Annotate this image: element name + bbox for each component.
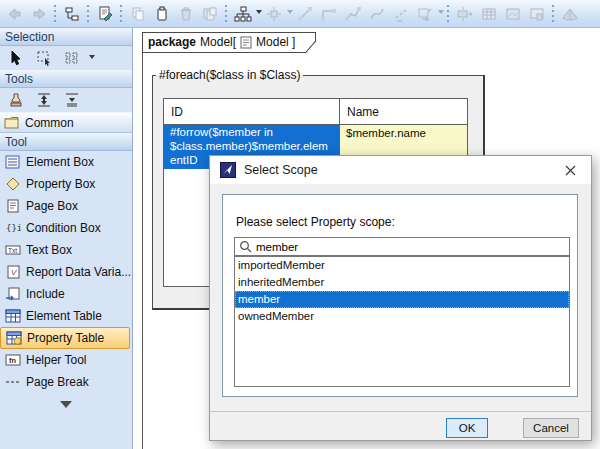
dialog-title: Select Scope (244, 163, 318, 177)
table-header-name[interactable]: Name (340, 99, 467, 125)
copy-icon[interactable] (126, 3, 150, 25)
select-scope-dialog: Select Scope Please select Property scop… (209, 155, 592, 441)
center-layout-icon[interactable] (262, 3, 286, 25)
table-header-id[interactable]: ID (164, 99, 340, 125)
tool-item-property-table[interactable]: Property Table (0, 327, 130, 349)
distribute-vertical-icon[interactable] (32, 89, 56, 111)
scroll-down-caret-icon[interactable] (60, 401, 72, 414)
include-icon (5, 287, 21, 301)
toolbar-separator (119, 5, 124, 23)
toolbar-separator (86, 5, 91, 23)
tab-model-before: Model[ (200, 35, 236, 49)
tab-keyword: package (148, 35, 196, 49)
app-logo-icon (220, 162, 236, 178)
tool-item-element-table[interactable]: Element Table (0, 305, 132, 327)
tool-item-include[interactable]: Include (0, 283, 132, 305)
toolbar-separator (53, 5, 58, 23)
paste-duplicate-icon[interactable] (198, 3, 222, 25)
dialog-titlebar[interactable]: Select Scope (210, 156, 591, 184)
report-data-variable-icon: V (5, 265, 21, 279)
draw-oblique-icon[interactable] (341, 3, 365, 25)
dialog-content-panel: Please select Property scope: importedMe… (222, 194, 578, 397)
toolbar-separator (446, 5, 451, 23)
condition-box-icon: {}if (5, 221, 21, 235)
tool-item-condition-box[interactable]: {}if Condition Box (0, 217, 132, 239)
preview-screen-icon[interactable] (525, 3, 549, 25)
reset-edge-caret-icon[interactable] (438, 10, 444, 17)
selection-mode-caret-icon[interactable] (89, 55, 95, 62)
svg-text:{}if: {}if (6, 223, 21, 233)
containment-tree-icon[interactable] (60, 3, 84, 25)
match-height-icon[interactable] (60, 89, 84, 111)
tools-icon-row (0, 88, 132, 112)
folder-icon (4, 116, 20, 129)
property-table-icon (6, 331, 22, 345)
foreach-label: #foreach($class in $Class) (156, 68, 303, 82)
tools-sidebar: Selection Tools Common Tool Element Box … (0, 28, 133, 449)
element-table-icon (5, 309, 21, 323)
section-header-tool: Tool (0, 133, 132, 151)
element-box-icon (5, 155, 21, 169)
option-ownedMember[interactable]: ownedMember (235, 308, 569, 325)
perspective-icon[interactable] (558, 3, 582, 25)
diagram-frame-border (142, 52, 143, 449)
delete-icon[interactable] (174, 3, 198, 25)
search-icon (239, 240, 252, 253)
cursor-icon[interactable] (4, 47, 28, 69)
tool-item-text-box[interactable]: Txt Text Box (0, 239, 132, 261)
search-input[interactable] (256, 241, 546, 253)
forward-icon[interactable] (27, 3, 51, 25)
scope-prompt-label: Please select Property scope: (236, 215, 395, 229)
draw-dashed-icon[interactable] (389, 3, 413, 25)
tool-item-helper-tool[interactable]: fn Helper Tool (0, 349, 132, 371)
grid-select-icon[interactable] (60, 47, 84, 69)
tool-item-property-box[interactable]: Property Box (0, 173, 132, 195)
selection-icon-row (0, 46, 132, 70)
option-inheritedMember[interactable]: inheritedMember (235, 274, 569, 291)
tool-item-page-box[interactable]: Page Box (0, 195, 132, 217)
reset-edge-icon[interactable] (413, 3, 437, 25)
insert-image-icon[interactable] (501, 3, 525, 25)
tab-model-after: Model ] (256, 35, 295, 49)
stamp-icon[interactable] (4, 89, 28, 111)
toolbar-separator (551, 5, 556, 23)
back-icon[interactable] (3, 3, 27, 25)
common-drawer-button[interactable]: Common (0, 112, 132, 133)
page-box-icon (5, 199, 21, 213)
page-break-icon (5, 375, 21, 389)
paste-icon[interactable] (150, 3, 174, 25)
draw-line-icon[interactable] (293, 3, 317, 25)
toolbar-separator (224, 5, 229, 23)
close-icon[interactable] (557, 161, 583, 179)
draw-rectilinear-icon[interactable] (317, 3, 341, 25)
section-header-tools: Tools (0, 70, 132, 88)
text-box-icon: Txt (5, 243, 21, 257)
scope-search-field[interactable] (234, 237, 570, 256)
diagram-frame-tab: package Model[ Model ] (142, 32, 316, 53)
edit-report-template-icon[interactable] (93, 3, 117, 25)
svg-text:fn: fn (9, 356, 16, 365)
fit-size-icon[interactable] (453, 3, 477, 25)
tool-item-page-break[interactable]: Page Break (0, 371, 132, 393)
svg-text:V: V (11, 268, 17, 277)
tool-item-report-data-variable[interactable]: V Report Data Varia... (0, 261, 132, 283)
property-box-icon (5, 177, 21, 191)
main-toolbar (0, 0, 600, 28)
ok-button[interactable]: OK (446, 418, 488, 438)
tree-layout-icon[interactable] (231, 3, 255, 25)
scope-options-list: importedMember inheritedMember member ow… (234, 256, 570, 387)
marquee-select-icon[interactable] (32, 47, 56, 69)
svg-text:Txt: Txt (8, 247, 17, 254)
cancel-button[interactable]: Cancel (523, 418, 579, 438)
helper-tool-icon: fn (5, 353, 21, 367)
option-importedMember[interactable]: importedMember (235, 257, 569, 274)
dialog-footer-separator (210, 411, 591, 412)
document-icon (240, 36, 252, 49)
section-header-selection: Selection (0, 28, 132, 46)
insert-table-icon[interactable] (477, 3, 501, 25)
draw-curve-icon[interactable] (365, 3, 389, 25)
option-member-selected[interactable]: member (235, 291, 569, 308)
tool-item-element-box[interactable]: Element Box (0, 151, 132, 173)
